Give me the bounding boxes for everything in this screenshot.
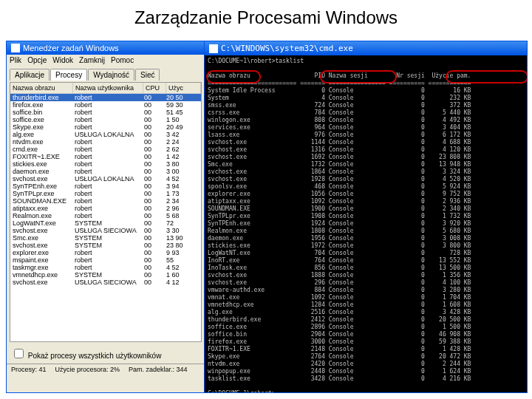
task-manager-window: Menedżer zadań Windows PlikOpcjeWidokZam… [6,41,205,393]
col-user[interactable]: Nazwa użytkownika [73,83,143,93]
table-row[interactable]: svchost.exeUSŁUGA SIECIOWA003 30 [10,227,201,234]
table-row[interactable]: daemon.exerobert003 00 [10,168,201,175]
menu-item[interactable]: Plik [10,56,21,64]
tab-Aplikacje[interactable]: Aplikacje [10,69,50,81]
table-row[interactable]: Realmon.exerobert005 68 [10,212,201,219]
table-row[interactable]: explorer.exerobert009 93 [10,249,201,256]
cmd-window: C:\WINDOWS\system32\cmd.exe C:\DOCUME~1\… [204,41,528,393]
table-row[interactable]: Smc.exeSYSTEM0013 90 [10,234,201,242]
cmd-titlebar[interactable]: C:\WINDOWS\system32\cmd.exe [205,41,527,55]
col-name[interactable]: Nazwa obrazu [10,83,73,93]
process-table: Nazwa obrazu Nazwa użytkownika CPU Użyc … [10,82,202,342]
slide-title: Zarządzanie Procesami Windows [0,0,532,33]
tab-Sieć[interactable]: Sieć [135,69,160,81]
table-row[interactable]: FOXITR~1.EXErobert001 42 [10,153,201,160]
table-row[interactable]: firefox.exerobert0059 30 [10,101,201,109]
table-row[interactable]: Skype.exerobert0020 49 [10,123,201,131]
table-row[interactable]: svchost.exeSYSTEM0023 80 [10,242,201,249]
table-row[interactable]: svchost.exeUSŁUGA LOKALNA004 52 [10,175,201,183]
table-row[interactable]: stickies.exerobert003 80 [10,160,201,168]
checkbox-label: Pokaż procesy wszystkich użytkowników [28,352,162,360]
table-row[interactable]: SynTPLpr.exerobert001 73 [10,190,201,197]
taskmgr-tabs: AplikacjeProcesyWydajnośćSieć [7,66,205,81]
col-mem[interactable]: Użyc [166,83,201,93]
menu-item[interactable]: Pomoc [111,56,134,64]
table-row[interactable]: SynTPEnh.exerobert003 94 [10,183,201,190]
table-row[interactable]: mspaint.exerobert0055 [10,256,201,264]
menu-item[interactable]: Zamknij [79,56,105,64]
table-row[interactable]: vmnetdhcp.exeSYSTEM001 60 [10,271,201,279]
show-all-checkbox[interactable]: Pokaż procesy wszystkich użytkowników [7,344,205,364]
statusbar: Procesy: 41 Użycie procesora: 2% Pam. za… [7,364,205,375]
taskmgr-menubar[interactable]: PlikOpcjeWidokZamknijPomoc [7,55,205,66]
table-body[interactable]: thunderbird.exerobert0020 50firefox.exer… [10,94,201,286]
table-row[interactable]: atiptaxx.exerobert002 96 [10,205,201,212]
table-row[interactable]: soffice.binrobert0051 45 [10,109,201,116]
table-row[interactable]: soffice.exerobert001 50 [10,116,201,123]
table-header[interactable]: Nazwa obrazu Nazwa użytkownika CPU Użyc [10,83,201,94]
cmd-icon [209,44,218,53]
cmd-title: C:\WINDOWS\system32\cmd.exe [221,44,353,53]
status-cpu: Użycie procesora: 2% [55,366,120,373]
status-procs: Procesy: 41 [11,366,47,373]
taskmgr-titlebar[interactable]: Menedżer zadań Windows [7,41,205,55]
cmd-output[interactable]: C:\DOCUME~1\robert>tasklist Nazwa obrazu… [205,55,527,393]
table-row[interactable]: thunderbird.exerobert0020 50 [10,94,201,101]
col-cpu[interactable]: CPU [143,83,166,93]
table-row[interactable]: LogWatNT.exeSYSTEM0072 [10,219,201,227]
taskmgr-icon [11,44,20,52]
table-row[interactable]: taskmgr.exerobert004 52 [10,264,201,271]
table-row[interactable]: cmd.exerobert002 62 [10,146,201,153]
menu-item[interactable]: Opcje [27,56,47,64]
menu-item[interactable]: Widok [52,56,73,64]
tab-Procesy[interactable]: Procesy [50,69,87,81]
table-row[interactable]: SOUNDMAN.EXErobert002 34 [10,197,201,205]
table-row[interactable]: svchost.exeUSŁUGA SIECIOWA004 12 [10,279,201,286]
table-row[interactable]: alg.exeUSŁUGA LOKALNA003 42 [10,131,201,138]
status-mem: Pam. zadeklar.: 344 [129,366,188,373]
checkbox-input[interactable] [14,349,24,358]
table-row[interactable]: ntvdm.exerobert002 24 [10,138,201,146]
tab-Wydajność[interactable]: Wydajność [88,69,134,81]
taskmgr-title: Menedżer zadań Windows [23,44,119,52]
